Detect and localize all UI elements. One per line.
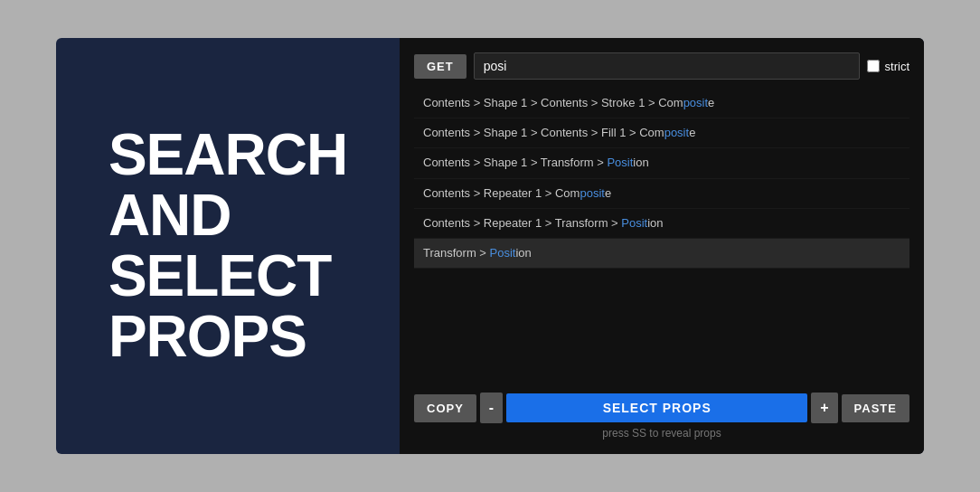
plus-button[interactable]: + — [811, 393, 837, 423]
result-suffix: e — [605, 186, 611, 200]
minus-button[interactable]: - — [480, 393, 503, 423]
result-suffix: ion — [647, 216, 663, 230]
result-item[interactable]: Contents > Shape 1 > Contents > Stroke 1… — [414, 89, 909, 118]
main-container: SEARCH AND SELECT PROPS GET strict Conte… — [56, 38, 924, 454]
paste-button[interactable]: PASTE — [842, 394, 909, 422]
title-line-1: SEARCH — [108, 125, 347, 185]
get-button[interactable]: GET — [414, 54, 466, 79]
result-item[interactable]: Contents > Shape 1 > Contents > Fill 1 >… — [414, 118, 909, 148]
result-highlight: posit — [580, 186, 604, 200]
result-prefix: Contents > Shape 1 > Contents > Stroke 1… — [423, 96, 683, 109]
bottom-section: COPY - SELECT PROPS + PASTE press SS to … — [414, 393, 909, 440]
hint-text: press SS to reveal props — [414, 427, 909, 440]
result-prefix: Contents > Repeater 1 > Com — [423, 186, 580, 200]
strict-container: strict — [867, 60, 909, 73]
result-prefix: Contents > Repeater 1 > Transform > — [423, 216, 621, 230]
header-row: GET strict — [414, 52, 909, 80]
result-highlight: Posit — [607, 156, 633, 169]
result-prefix: Contents > Shape 1 > Contents > Fill 1 >… — [423, 126, 664, 139]
result-prefix: Transform > — [423, 246, 490, 260]
copy-button[interactable]: COPY — [414, 394, 476, 422]
result-item-selected[interactable]: Transform > Position — [414, 239, 909, 269]
result-item[interactable]: Contents > Shape 1 > Transform > Positio… — [414, 148, 909, 178]
title-line-4: PROPS — [108, 307, 347, 367]
title-line-3: SELECT — [108, 246, 347, 307]
result-item[interactable]: Contents > Repeater 1 > Composite — [414, 179, 909, 209]
result-highlight: Posit — [490, 246, 516, 260]
title-text: SEARCH AND SELECT PROPS — [108, 125, 347, 368]
result-prefix: Contents > Shape 1 > Transform > — [423, 156, 607, 169]
select-props-button[interactable]: SELECT PROPS — [506, 393, 807, 422]
right-panel: GET strict Contents > Shape 1 > Contents… — [400, 38, 924, 454]
strict-checkbox[interactable] — [867, 60, 880, 72]
bottom-buttons: COPY - SELECT PROPS + PASTE — [414, 393, 909, 423]
result-highlight: posit — [683, 96, 708, 109]
result-suffix: e — [708, 96, 714, 109]
result-suffix: e — [689, 126, 695, 139]
result-suffix: ion — [515, 246, 531, 260]
title-line-2: AND — [108, 185, 347, 246]
result-highlight: Posit — [621, 216, 647, 230]
search-input[interactable] — [474, 52, 860, 80]
result-item[interactable]: Contents > Repeater 1 > Transform > Posi… — [414, 209, 909, 239]
strict-label: strict — [885, 60, 909, 73]
result-highlight: posit — [664, 126, 689, 139]
result-suffix: ion — [633, 156, 648, 169]
results-list[interactable]: Contents > Shape 1 > Contents > Stroke 1… — [414, 89, 909, 383]
left-panel: SEARCH AND SELECT PROPS — [56, 38, 400, 454]
